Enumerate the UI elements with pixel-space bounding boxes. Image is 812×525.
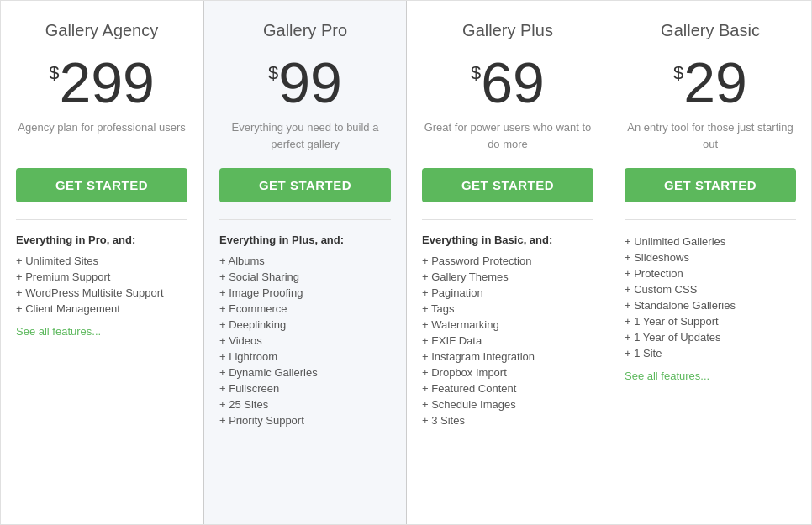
divider-plus	[422, 219, 593, 220]
features-label-agency: Everything in Pro, and:	[16, 234, 187, 246]
divider-agency	[16, 219, 187, 220]
list-item: + Slideshows	[625, 249, 796, 265]
currency-symbol-pro: $	[268, 62, 278, 84]
plan-name-agency: Gallery Agency	[45, 21, 159, 40]
list-item: + Unlimited Sites	[16, 253, 187, 269]
plan-description-agency: Agency plan for professional users	[18, 119, 185, 153]
plan-description-plus: Great for power users who want to do mor…	[422, 119, 593, 153]
plan-agency: Gallery Agency$299Agency plan for profes…	[1, 1, 203, 524]
list-item: + Instagram Integration	[422, 349, 593, 365]
features-label-pro: Everything in Plus, and:	[219, 234, 391, 246]
price-value-pro: 99	[278, 54, 342, 111]
list-item: + Standalone Galleries	[625, 297, 796, 313]
currency-symbol-agency: $	[49, 62, 59, 84]
list-item: + Fullscreen	[219, 381, 391, 396]
list-item: + Pagination	[422, 285, 593, 301]
plan-description-pro: Everything you need to build a perfect g…	[219, 119, 391, 153]
list-item: + 3 Sites	[422, 412, 593, 428]
currency-symbol-plus: $	[471, 62, 481, 84]
list-item: + Premium Support	[16, 269, 187, 285]
feature-list-plus: + Password Protection+ Gallery Themes+ P…	[422, 253, 593, 428]
list-item: + Schedule Images	[422, 396, 593, 412]
divider-pro	[219, 219, 391, 220]
see-all-link-agency[interactable]: See all features...	[16, 325, 187, 338]
price-value-agency: 299	[59, 54, 154, 111]
list-item: + Password Protection	[422, 253, 593, 269]
list-item: + Tags	[422, 301, 593, 317]
list-item: + 1 Year of Updates	[625, 329, 796, 345]
list-item: + Watermarking	[422, 317, 593, 333]
get-started-button-pro[interactable]: GET STARTED	[219, 168, 391, 202]
list-item: + 25 Sites	[219, 396, 391, 412]
list-item: + 1 Site	[625, 345, 796, 361]
price-block-agency: $299	[49, 54, 155, 111]
list-item: + WordPress Multisite Support	[16, 285, 187, 301]
plan-name-plus: Gallery Plus	[462, 21, 553, 40]
list-item: + Social Sharing	[219, 269, 391, 285]
list-item: + Albums	[219, 253, 391, 269]
list-item: + Client Management	[16, 301, 187, 317]
list-item: + Unlimited Galleries	[625, 234, 796, 249]
list-item: + Lightroom	[219, 349, 391, 365]
plan-plus: Gallery Plus$69Great for power users who…	[407, 1, 609, 524]
get-started-button-agency[interactable]: GET STARTED	[16, 168, 187, 202]
get-started-button-basic[interactable]: GET STARTED	[625, 168, 796, 202]
list-item: + Dropbox Import	[422, 365, 593, 381]
list-item: + Gallery Themes	[422, 269, 593, 285]
features-label-plus: Everything in Basic, and:	[422, 234, 593, 246]
list-item: + Dynamic Galleries	[219, 365, 391, 381]
list-item: + Priority Support	[219, 412, 391, 428]
feature-list-pro: + Albums+ Social Sharing+ Image Proofing…	[219, 253, 391, 428]
list-item: + Image Proofing	[219, 285, 391, 301]
divider-basic	[625, 219, 796, 220]
feature-list-agency: + Unlimited Sites+ Premium Support+ Word…	[16, 253, 187, 317]
plan-name-pro: Gallery Pro	[263, 21, 347, 40]
list-item: + Videos	[219, 333, 391, 349]
list-item: + Custom CSS	[625, 281, 796, 297]
price-block-plus: $69	[471, 54, 545, 111]
price-value-plus: 69	[481, 54, 545, 111]
feature-list-basic: + Unlimited Galleries+ Slideshows+ Prote…	[625, 234, 796, 361]
list-item: + Protection	[625, 265, 796, 281]
list-item: + Deeplinking	[219, 317, 391, 333]
list-item: + Featured Content	[422, 381, 593, 396]
price-value-basic: 29	[683, 54, 747, 111]
currency-symbol-basic: $	[673, 62, 683, 84]
plan-description-basic: An entry tool for those just starting ou…	[625, 119, 796, 153]
list-item: + EXIF Data	[422, 333, 593, 349]
list-item: + 1 Year of Support	[625, 313, 796, 329]
price-block-pro: $99	[268, 54, 342, 111]
get-started-button-plus[interactable]: GET STARTED	[422, 168, 593, 202]
see-all-link-basic[interactable]: See all features...	[625, 370, 796, 382]
list-item: + Ecommerce	[219, 301, 391, 317]
plan-name-basic: Gallery Basic	[661, 21, 760, 40]
price-block-basic: $29	[673, 54, 747, 111]
plan-pro: Gallery Pro$99Everything you need to bui…	[203, 1, 407, 524]
plan-basic: Gallery Basic$29An entry tool for those …	[609, 1, 811, 524]
pricing-table: Gallery Agency$299Agency plan for profes…	[0, 0, 812, 525]
